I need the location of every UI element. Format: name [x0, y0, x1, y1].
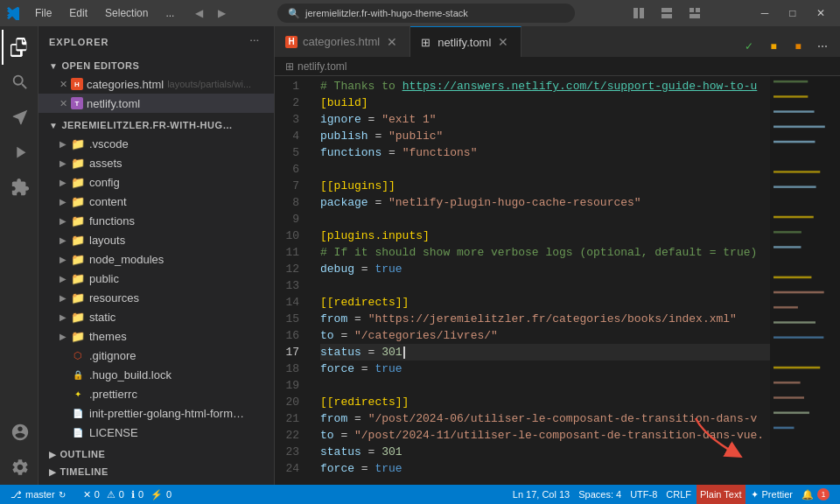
toml-file-icon: T [71, 97, 83, 109]
close-button[interactable]: ✕ [808, 4, 833, 23]
gitignore-label: .gitignore [89, 349, 136, 362]
tab-netlify[interactable]: ⊞ netlify.toml ✕ [410, 26, 522, 57]
close-editor-netlify-icon[interactable]: ✕ [60, 98, 67, 109]
license-icon: 📄 [70, 424, 86, 440]
layout-btn-3[interactable] [682, 4, 707, 23]
layout-btn-2[interactable] [654, 4, 679, 23]
license-label: LICENSE [89, 426, 138, 439]
node-modules-label: node_modules [89, 253, 164, 266]
tree-themes[interactable]: ▶ 📁 themes [38, 326, 274, 346]
eol-status[interactable]: CRLF [662, 485, 695, 504]
maximize-button[interactable]: □ [780, 4, 805, 23]
file-menu[interactable]: File [28, 5, 59, 21]
folder-icon: 📁 [70, 136, 86, 151]
explorer-activity-icon[interactable] [2, 30, 37, 65]
more-menu[interactable]: ... [158, 5, 181, 21]
tree-prettierrc[interactable]: ✦ .prettierrc [38, 384, 274, 403]
account-activity-icon[interactable] [2, 415, 37, 450]
more-actions-btn[interactable]: ⋯ [812, 36, 833, 57]
errors-status[interactable]: ✕ 0 ⚠ 0 ℹ 0 ⚡ 0 [80, 485, 176, 504]
project-section[interactable]: ▼ JEREMIELITZLER.FR-WITH-HUGO-THE-ST... [38, 116, 274, 134]
tree-prettier-init[interactable]: 📄 init-prettier-golang-html-formatt... [38, 403, 274, 423]
open-editor-categories-path: layouts/partials/wi... [167, 79, 251, 89]
back-button[interactable]: ◀ [188, 4, 209, 23]
tab-action-yellow[interactable]: ■ [763, 36, 784, 57]
outline-label: OUTLINE [60, 449, 106, 459]
extensions-activity-icon[interactable] [2, 170, 37, 205]
netlify-tab-label: netlify.toml [438, 36, 491, 49]
vscode-arrow: ▶ [56, 139, 70, 149]
warning-count: 0 [119, 489, 124, 500]
netlify-tab-close[interactable]: ✕ [496, 35, 510, 49]
tree-license[interactable]: 📄 LICENSE [38, 423, 274, 442]
selection-menu[interactable]: Selection [98, 5, 155, 21]
lightning-count: 0 [166, 489, 172, 500]
minimize-button[interactable]: ─ [752, 4, 777, 23]
close-editor-icon[interactable]: ✕ [60, 79, 67, 90]
tree-gitignore[interactable]: ⬡ .gitignore [38, 346, 274, 365]
warning-icon: ⚠ [107, 489, 116, 500]
tree-layouts[interactable]: ▶ 📁 layouts [38, 230, 274, 249]
timeline-section[interactable]: ▶ TIMELINE [38, 463, 274, 480]
ln-21: 21 [275, 410, 306, 427]
tree-config[interactable]: ▶ 📁 config [38, 172, 274, 192]
search-activity-icon[interactable] [2, 65, 37, 100]
code-line-7: [[plugins]] [320, 178, 770, 194]
tab-action-orange[interactable]: ■ [788, 36, 808, 57]
encoding-status[interactable]: UTF-8 [626, 485, 661, 504]
themes-label: themes [89, 330, 127, 343]
git-branch-icon: ⎇ [10, 489, 22, 500]
code-line-6 [320, 161, 770, 178]
code-line-23: status = 301 [320, 444, 770, 460]
spaces-status[interactable]: Spaces: 4 [575, 485, 625, 504]
categories-tab-close[interactable]: ✕ [385, 35, 399, 49]
open-editor-netlify[interactable]: ✕ T netlify.toml [38, 94, 274, 113]
tree-hugo-build[interactable]: 🔒 .hugo_build.lock [38, 365, 274, 384]
ln-4: 4 [275, 128, 306, 144]
breadcrumb-filename[interactable]: netlify.toml [298, 60, 346, 73]
settings-activity-icon[interactable] [2, 450, 37, 485]
tree-vscode[interactable]: ▶ 📁 .vscode [38, 134, 274, 153]
source-control-activity-icon[interactable] [2, 100, 37, 135]
tree-resources[interactable]: ▶ 📁 resources [38, 288, 274, 307]
assets-arrow: ▶ [56, 158, 70, 168]
open-editor-netlify-label: netlify.toml [87, 97, 140, 110]
code-content[interactable]: # Thanks to https://answers.netlify.com/… [313, 76, 770, 485]
code-line-2: [build] [320, 94, 770, 111]
forward-button[interactable]: ▶ [211, 4, 232, 23]
hugo-build-icon: 🔒 [70, 367, 86, 382]
tree-assets[interactable]: ▶ 📁 assets [38, 153, 274, 172]
code-line-19 [320, 377, 770, 394]
tree-functions[interactable]: ▶ 📁 functions [38, 211, 274, 230]
public-arrow: ▶ [56, 274, 70, 284]
ln-14: 14 [275, 294, 306, 311]
svg-rect-4 [690, 8, 694, 12]
ln-24: 24 [275, 460, 306, 477]
tree-node-modules[interactable]: ▶ 📁 node_modules [38, 249, 274, 269]
open-editor-categories[interactable]: ✕ H categories.html layouts/partials/wi.… [38, 74, 274, 94]
folder-themes-icon: 📁 [70, 328, 86, 344]
debug-activity-icon[interactable] [2, 135, 37, 170]
prettier-icon: ✦ [751, 489, 759, 500]
tree-static[interactable]: ▶ 📁 static [38, 307, 274, 326]
edit-menu[interactable]: Edit [62, 5, 94, 21]
open-editors-section[interactable]: ▼ OPEN EDITORS [38, 57, 274, 74]
statusbar: ⎇ master ↻ ✕ 0 ⚠ 0 ℹ 0 ⚡ 0 Ln 17, Col 13… [0, 485, 840, 504]
notification-status[interactable]: 🔔 1 [798, 485, 833, 504]
git-branch-status[interactable]: ⎇ master ↻ [7, 485, 69, 504]
checkmark-action[interactable]: ✓ [738, 36, 760, 57]
minimap-canvas [770, 76, 840, 485]
prettier-status[interactable]: ✦ Prettier [747, 485, 796, 504]
ln-12: 12 [275, 261, 306, 277]
line-col-status[interactable]: Ln 17, Col 13 [509, 485, 573, 504]
vscode-label: .vscode [89, 137, 129, 150]
language-status[interactable]: Plain Text [696, 485, 746, 504]
tree-content[interactable]: ▶ 📁 content [38, 192, 274, 211]
new-file-icon[interactable]: ⋯ [246, 33, 263, 51]
address-bar[interactable]: 🔍 jeremielitzler.fr-with-hugo-theme-stac… [277, 4, 575, 23]
tree-public[interactable]: ▶ 📁 public [38, 269, 274, 288]
outline-section[interactable]: ▶ OUTLINE [38, 445, 274, 463]
tab-categories[interactable]: H categories.html ✕ [275, 26, 410, 57]
layout-btn-1[interactable] [626, 4, 651, 23]
ln-11: 11 [275, 244, 306, 261]
